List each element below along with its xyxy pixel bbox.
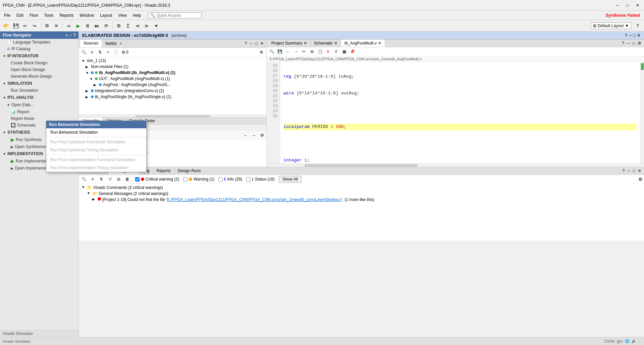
- sources-add-btn[interactable]: +: [104, 49, 112, 56]
- ed-search-btn[interactable]: 🔍: [268, 48, 275, 55]
- sources-minimize-icon[interactable]: ─: [248, 41, 254, 46]
- close-button[interactable]: ✕: [634, 2, 641, 9]
- tab-design-runs[interactable]: Design Runs: [174, 167, 205, 175]
- msg-funnel-btn[interactable]: ▽: [106, 176, 114, 183]
- help-button[interactable]: ?: [633, 21, 642, 30]
- nav-create-block-design[interactable]: Create Block Design: [0, 60, 78, 66]
- save-button[interactable]: 💾: [11, 21, 20, 30]
- nav-open-elaborated-design[interactable]: ▼ Open Elab...: [0, 101, 78, 109]
- ed-cut-btn[interactable]: ✂: [300, 48, 308, 55]
- tab-project-summary[interactable]: Project Summary ✕: [268, 40, 311, 47]
- undo-button[interactable]: ↩: [21, 21, 30, 30]
- tb-close-icon[interactable]: ✕: [378, 41, 381, 46]
- sources-settings-btn[interactable]: ⚙: [258, 49, 265, 56]
- run-button[interactable]: ▶: [74, 21, 83, 30]
- tab-sources[interactable]: Sources: [80, 40, 102, 48]
- sources-sort-btn[interactable]: ⇅: [96, 49, 104, 56]
- sch-close-icon[interactable]: ✕: [334, 41, 337, 46]
- menu-window[interactable]: Window: [77, 12, 97, 19]
- msg-text-btn[interactable]: ⊟: [115, 176, 122, 183]
- nav-ip-catalog[interactable]: ⊕ IP Catalog: [0, 46, 78, 52]
- status-checkbox[interactable]: [246, 177, 251, 182]
- menu-edit[interactable]: Edit: [14, 12, 26, 19]
- menu-layout[interactable]: Layout: [97, 12, 115, 19]
- sim-run-behavioral[interactable]: Run Behavioral Simulation: [46, 128, 146, 136]
- info-checkbox[interactable]: [218, 177, 223, 182]
- ed-comment-btn[interactable]: //: [332, 48, 340, 55]
- nav-section-simulation[interactable]: ▼ SIMULATION: [0, 80, 78, 87]
- flow-nav-help-icon[interactable]: ?: [73, 33, 76, 38]
- msg-filter-info[interactable]: ℹ Info (29): [218, 177, 242, 182]
- sub-left-btn[interactable]: ←: [242, 132, 250, 139]
- msg-filter-warning[interactable]: Warning (1): [183, 177, 214, 182]
- error-link[interactable]: E:/FPGA_Learn/FPGA/Day1211/FPGA_CNN/FPGA…: [167, 197, 341, 202]
- sub-right-btn[interactable]: →: [250, 132, 258, 139]
- settings-button[interactable]: ⚙: [114, 21, 123, 30]
- nav-section-rtl-analysis[interactable]: ▼ RTL ANALYSIS: [0, 94, 78, 101]
- delete-button[interactable]: ✕: [52, 21, 61, 30]
- tree-nonmodule[interactable]: ▶ Non-module Files (1): [79, 64, 266, 70]
- redo-button[interactable]: ↪: [30, 21, 39, 30]
- msg-filter-status[interactable]: ℹ Status (16): [246, 177, 275, 182]
- editor-hscrollbar[interactable]: [267, 163, 644, 167]
- menu-flow[interactable]: Flow: [27, 12, 41, 19]
- warning-checkbox[interactable]: [183, 177, 187, 182]
- quick-access-input[interactable]: [157, 13, 200, 18]
- nav-section-ip-integrator[interactable]: ▼ IP INTEGRATOR: [0, 52, 78, 60]
- proj-close-icon[interactable]: ✕: [304, 41, 307, 46]
- pause-button[interactable]: ⏸: [83, 21, 92, 30]
- netlist-close-icon[interactable]: ✕: [119, 41, 122, 46]
- critical-warning-checkbox[interactable]: [135, 177, 140, 182]
- tree-avgpool[interactable]: ▶ AvgPool : AvgPoolSingle (AvgPoolS...: [79, 82, 266, 88]
- sources-help-icon[interactable]: ?: [244, 41, 249, 46]
- tree-sim1[interactable]: ▼ sim_1 (13): [79, 58, 266, 64]
- open-button[interactable]: 📂: [2, 21, 11, 30]
- msg-help-icon[interactable]: ?: [621, 168, 626, 173]
- elab-close-icon[interactable]: ✕: [637, 33, 641, 38]
- tree-tb-avgpoolmulti[interactable]: ▼ tb_AvgPoolMulti (tb_AvgPoolMulti.v) (1…: [79, 70, 266, 76]
- msg-search-btn[interactable]: 🔍: [80, 176, 88, 183]
- code-area[interactable]: reg [6*28*28*16-1:0] inAvg; wire [6*14*1…: [280, 62, 640, 163]
- nav-run-simulation[interactable]: Run Simulation: [0, 87, 78, 94]
- elab-help-icon[interactable]: ?: [625, 33, 627, 38]
- msg-close-icon[interactable]: ✕: [637, 168, 643, 173]
- layout-dropdown[interactable]: ⊞ Default Layout ▼: [591, 22, 631, 29]
- editor-minimize-icon[interactable]: ─: [626, 41, 631, 46]
- menu-file[interactable]: File: [1, 12, 13, 19]
- flow-nav-pin-icon[interactable]: ≡: [65, 33, 68, 38]
- msg-error-item[interactable]: ▶ [Project 1-19] Could not find the file…: [79, 197, 644, 203]
- nav-generate-block-design[interactable]: Generate Block Design: [0, 73, 78, 80]
- sigma-button[interactable]: Σ: [124, 21, 132, 30]
- sources-filter-btn[interactable]: ≡: [88, 49, 96, 56]
- sub-settings-btn[interactable]: ⚙: [258, 132, 266, 139]
- copy-button[interactable]: ⧉: [43, 21, 51, 30]
- step-button[interactable]: ⏭: [93, 21, 101, 30]
- flow-nav-minus-icon[interactable]: ─: [69, 33, 72, 38]
- tab-schematic[interactable]: Schematic ✕: [311, 40, 341, 47]
- compile3-button[interactable]: ✦: [152, 21, 161, 30]
- nav-language-templates[interactable]: 📄 Language Templates: [0, 39, 78, 46]
- ed-copy-btn[interactable]: ⧉: [308, 48, 316, 55]
- compile2-button[interactable]: ⊳: [143, 21, 151, 30]
- msg-minimize-icon[interactable]: ─: [626, 168, 632, 173]
- quick-access-search[interactable]: 🔍: [148, 12, 202, 18]
- tree-integration-conv[interactable]: ▶ integrationConv (integrationConv.v) (2…: [79, 88, 266, 94]
- editor-scrollbar[interactable]: [640, 62, 644, 163]
- sources-file-btn[interactable]: 📄: [112, 49, 120, 56]
- editor-maximize-icon[interactable]: □: [631, 41, 636, 46]
- editor-settings-icon[interactable]: ⚙: [636, 41, 643, 46]
- tab-reports[interactable]: Reports: [153, 167, 174, 175]
- editor-help-icon[interactable]: ?: [621, 41, 626, 46]
- ed-save-btn[interactable]: 💾: [276, 48, 283, 55]
- msg-filter-btn[interactable]: ≡: [89, 176, 96, 183]
- elab-maximize-icon[interactable]: □: [633, 33, 636, 38]
- msg-filter-critical[interactable]: Critical warning (2): [135, 177, 179, 182]
- run-all-button[interactable]: ∞: [64, 21, 73, 30]
- menu-view[interactable]: View: [115, 12, 129, 19]
- compile1-button[interactable]: ⊲: [133, 21, 142, 30]
- sources-close-icon[interactable]: ✕: [259, 41, 265, 46]
- restart-button[interactable]: ⟳: [102, 21, 111, 30]
- ed-block-btn[interactable]: ▦: [340, 48, 348, 55]
- nav-report-methodology[interactable]: 📊 Report: [0, 109, 78, 115]
- elab-minimize-icon[interactable]: ─: [629, 33, 632, 38]
